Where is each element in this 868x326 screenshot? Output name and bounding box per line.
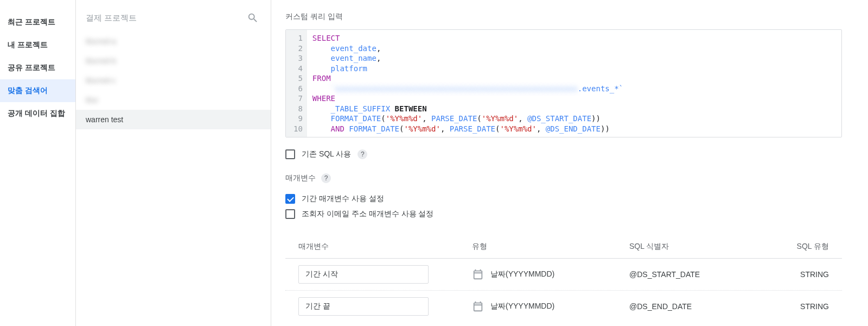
calendar-icon <box>472 300 484 312</box>
nav-public-datasets[interactable]: 공개 데이터 집합 <box>0 102 75 125</box>
help-icon[interactable]: ? <box>321 173 331 183</box>
nav-recent-projects[interactable]: 최근 프로젝트 <box>0 11 75 34</box>
parameters-table: 매개변수 유형 SQL 식별자 SQL 유형 날짜(YYYYMMDD) @DS_… <box>285 235 842 322</box>
main-panel: 커스텀 쿼리 입력 12345678910 SELECT event_date,… <box>271 0 868 326</box>
left-nav: 최근 프로젝트 내 프로젝트 공유 프로젝트 맞춤 검색어 공개 데이터 집합 <box>0 0 76 326</box>
help-icon[interactable]: ? <box>358 149 367 159</box>
project-item-blurred[interactable]: blurred-b <box>76 51 271 71</box>
parameters-heading: 매개변수 <box>285 173 316 183</box>
nav-shared-projects[interactable]: 공유 프로젝트 <box>0 57 75 79</box>
viewer-email-param-checkbox[interactable] <box>285 209 295 219</box>
param-name-input[interactable] <box>298 265 429 284</box>
param-sql-type: STRING <box>792 270 829 279</box>
custom-query-title: 커스텀 쿼리 입력 <box>285 12 842 22</box>
param-type-label: 날짜(YYYYMMDD) <box>490 269 554 279</box>
table-row: 날짜(YYYYMMDD) @DS_START_DATE STRING <box>285 259 842 291</box>
calendar-icon <box>472 268 484 280</box>
projects-panel: 결제 프로젝트 blurred-a blurred-b blurred-c bl… <box>76 0 271 326</box>
nav-my-projects[interactable]: 내 프로젝트 <box>0 34 75 57</box>
date-range-param-label: 기간 매개변수 사용 설정 <box>302 194 384 204</box>
legacy-sql-label: 기존 SQL 사용 <box>302 149 351 159</box>
param-type-label: 날짜(YYYYMMDD) <box>490 302 554 311</box>
search-icon[interactable] <box>247 12 259 24</box>
col-sql-type: SQL 유형 <box>792 242 829 252</box>
project-item-blurred[interactable]: blurred-c <box>76 71 271 90</box>
editor-code[interactable]: SELECT event_date, event_name, platform … <box>307 30 629 137</box>
param-sql-id: @DS_END_DATE <box>629 302 792 311</box>
editor-gutter: 12345678910 <box>286 30 307 137</box>
project-item-blurred[interactable]: blurred-a <box>76 32 271 51</box>
sql-editor[interactable]: 12345678910 SELECT event_date, event_nam… <box>285 29 842 137</box>
project-item-warren-test[interactable]: warren test <box>76 110 271 129</box>
col-param-name: 매개변수 <box>298 242 472 252</box>
table-row: 날짜(YYYYMMDD) @DS_END_DATE STRING <box>285 291 842 322</box>
col-sql-id: SQL 식별자 <box>629 242 792 252</box>
param-sql-type: STRING <box>792 302 829 311</box>
col-type: 유형 <box>472 242 629 252</box>
param-sql-id: @DS_START_DATE <box>629 270 792 279</box>
project-item-blurred[interactable]: blur <box>76 90 271 110</box>
param-name-input[interactable] <box>298 297 429 316</box>
date-range-param-checkbox[interactable] <box>285 194 295 204</box>
project-search-input[interactable]: 결제 프로젝트 <box>86 13 247 23</box>
viewer-email-param-label: 조회자 이메일 주소 매개변수 사용 설정 <box>302 209 433 219</box>
nav-custom-query[interactable]: 맞춤 검색어 <box>0 79 75 102</box>
legacy-sql-checkbox[interactable] <box>285 149 295 159</box>
